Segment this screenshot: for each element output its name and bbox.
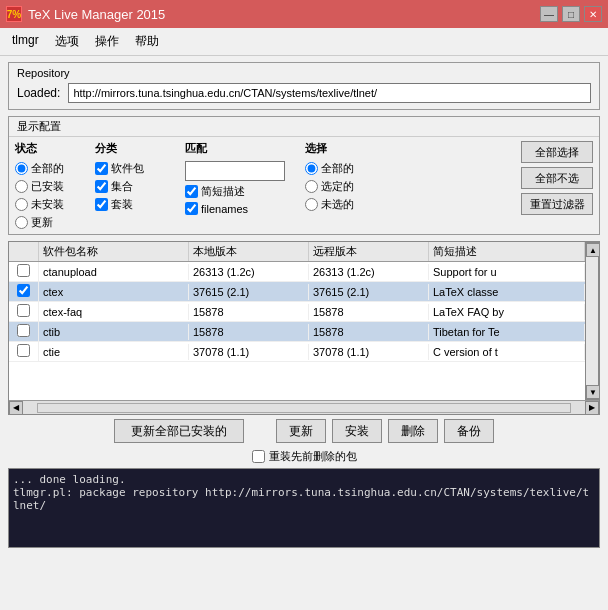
table-vscroll[interactable]: ▲ ▼ (585, 242, 599, 400)
table-main: 软件包名称 本地版本 远程版本 简短描述 ctanupload 26313 (1… (9, 242, 585, 400)
row2-check[interactable] (9, 302, 39, 321)
row0-name: ctanupload (39, 264, 189, 280)
category-label: 分类 (95, 141, 165, 156)
menu-options[interactable]: 选项 (47, 31, 87, 52)
state-update[interactable]: 更新 (15, 215, 85, 230)
table-row[interactable]: ctib 15878 15878 Tibetan for Te (9, 322, 585, 342)
row0-remote: 26313 (1.2c) (309, 264, 429, 280)
config-buttons: 全部选择 全部不选 重置过滤器 (521, 141, 593, 215)
table-hscroll[interactable]: ◀ ▶ (9, 400, 599, 414)
row1-local: 37615 (2.1) (189, 284, 309, 300)
th-check (9, 242, 39, 261)
vscroll-track[interactable] (586, 257, 598, 385)
maximize-button[interactable]: □ (562, 6, 580, 22)
select-all[interactable]: 全部的 (305, 161, 365, 176)
row2-local: 15878 (189, 304, 309, 320)
cat-suite[interactable]: 套装 (95, 197, 165, 212)
state-not-installed[interactable]: 未安装 (15, 197, 85, 212)
th-remote: 远程版本 (309, 242, 429, 261)
row2-remote: 15878 (309, 304, 429, 320)
select-unselected[interactable]: 未选的 (305, 197, 365, 212)
match-short-desc[interactable]: 简短描述 (185, 184, 285, 199)
menu-help[interactable]: 帮助 (127, 31, 167, 52)
loaded-label: Loaded: (17, 86, 60, 100)
vscroll-down-arrow[interactable]: ▼ (586, 385, 600, 399)
repository-group: Repository Loaded: (8, 62, 600, 110)
update-all-installed-button[interactable]: 更新全部已安装的 (114, 419, 244, 443)
th-desc: 简短描述 (429, 242, 585, 261)
table-row[interactable]: ctie 37078 (1.1) 37078 (1.1) C version o… (9, 342, 585, 362)
row3-desc: Tibetan for Te (429, 324, 585, 340)
row3-name: ctib (39, 324, 189, 340)
table-outer: 软件包名称 本地版本 远程版本 简短描述 ctanupload 26313 (1… (9, 242, 599, 400)
display-config-title: 显示配置 (9, 117, 599, 137)
deselect-all-button[interactable]: 全部不选 (521, 167, 593, 189)
cat-package[interactable]: 软件包 (95, 161, 165, 176)
hscroll-left-arrow[interactable]: ◀ (9, 401, 23, 415)
log-container: ... done loading. tlmgr.pl: package repo… (8, 468, 600, 548)
cat-collection[interactable]: 集合 (95, 179, 165, 194)
repository-label: Repository (17, 67, 591, 79)
row0-desc: Support for u (429, 264, 585, 280)
hscroll-right-arrow[interactable]: ▶ (585, 401, 599, 415)
table-body: ctanupload 26313 (1.2c) 26313 (1.2c) Sup… (9, 262, 585, 400)
reinstall-checkbox[interactable] (252, 450, 265, 463)
row2-desc: LaTeX FAQ by (429, 304, 585, 320)
row4-desc: C version of t (429, 344, 585, 360)
hscroll-track[interactable] (37, 403, 571, 413)
select-all-button[interactable]: 全部选择 (521, 141, 593, 163)
row4-name: ctie (39, 344, 189, 360)
title-bar: 7% TeX Live Manager 2015 — □ ✕ (0, 0, 608, 28)
select-section: 选择 全部的 选定的 未选的 (295, 141, 375, 212)
row3-remote: 15878 (309, 324, 429, 340)
th-name: 软件包名称 (39, 242, 189, 261)
row1-check[interactable] (9, 282, 39, 301)
table-row[interactable]: ctanupload 26313 (1.2c) 26313 (1.2c) Sup… (9, 262, 585, 282)
state-installed[interactable]: 已安装 (15, 179, 85, 194)
update-button[interactable]: 更新 (276, 419, 326, 443)
row4-local: 37078 (1.1) (189, 344, 309, 360)
row3-local: 15878 (189, 324, 309, 340)
window-title: TeX Live Manager 2015 (28, 7, 165, 22)
row3-check[interactable] (9, 322, 39, 341)
close-button[interactable]: ✕ (584, 6, 602, 22)
delete-button[interactable]: 删除 (388, 419, 438, 443)
reinstall-row: 重装先前删除的包 (252, 449, 357, 464)
state-all[interactable]: 全部的 (15, 161, 85, 176)
log-line-1: tlmgr.pl: package repository http://mirr… (13, 486, 595, 512)
select-label: 选择 (305, 141, 365, 156)
reset-filter-button[interactable]: 重置过滤器 (521, 193, 593, 215)
main-area: Repository Loaded: 显示配置 状态 全部的 已安装 (0, 56, 608, 554)
log-area[interactable]: ... done loading. tlmgr.pl: package repo… (8, 468, 600, 548)
menu-tlmgr[interactable]: tlmgr (4, 31, 47, 52)
display-config-inner: 状态 全部的 已安装 未安装 更新 (9, 137, 599, 234)
log-line-0: ... done loading. (13, 473, 595, 486)
reinstall-label: 重装先前删除的包 (269, 449, 357, 464)
state-label: 状态 (15, 141, 85, 156)
match-label: 匹配 (185, 141, 285, 156)
vscroll-up-arrow[interactable]: ▲ (586, 243, 600, 257)
minimize-button[interactable]: — (540, 6, 558, 22)
title-bar-left: 7% TeX Live Manager 2015 (6, 6, 165, 22)
row4-check[interactable] (9, 342, 39, 361)
install-button[interactable]: 安装 (332, 419, 382, 443)
row1-desc: LaTeX classe (429, 284, 585, 300)
select-selected[interactable]: 选定的 (305, 179, 365, 194)
match-filenames[interactable]: filenames (185, 202, 285, 215)
repo-row: Loaded: (17, 83, 591, 103)
row1-remote: 37615 (2.1) (309, 284, 429, 300)
display-config-group: 显示配置 状态 全部的 已安装 未安装 更新 (8, 116, 600, 235)
row0-check[interactable] (9, 262, 39, 281)
title-controls: — □ ✕ (540, 6, 602, 22)
table-header: 软件包名称 本地版本 远程版本 简短描述 (9, 242, 585, 262)
backup-button[interactable]: 备份 (444, 419, 494, 443)
table-row[interactable]: ctex 37615 (2.1) 37615 (2.1) LaTeX class… (9, 282, 585, 302)
table-row[interactable]: ctex-faq 15878 15878 LaTeX FAQ by (9, 302, 585, 322)
app-icon: 7% (6, 6, 22, 22)
repo-url-input[interactable] (68, 83, 591, 103)
menu-actions[interactable]: 操作 (87, 31, 127, 52)
bottom-buttons-row1: 更新全部已安装的 更新 安装 删除 备份 (114, 419, 494, 443)
match-input[interactable] (185, 161, 285, 181)
menu-bar: tlmgr 选项 操作 帮助 (0, 28, 608, 56)
row2-name: ctex-faq (39, 304, 189, 320)
